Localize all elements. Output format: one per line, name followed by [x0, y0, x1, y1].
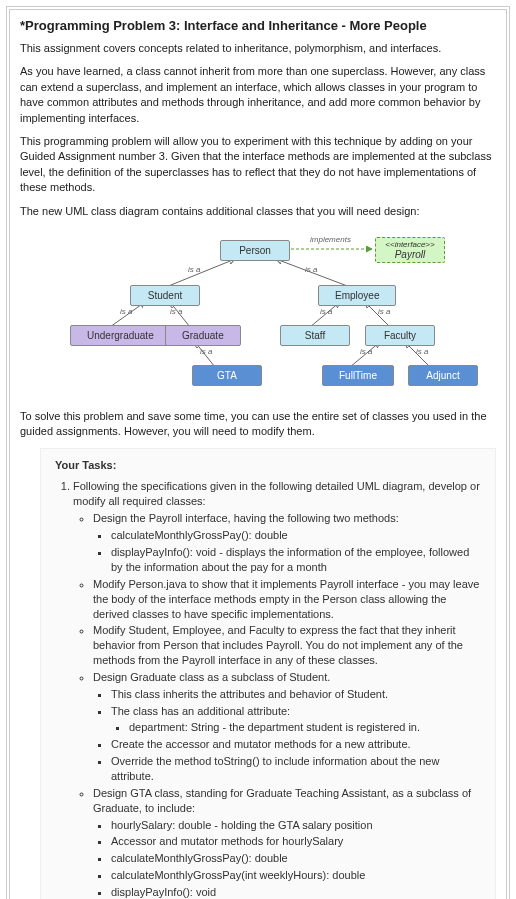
interface-stereotype: <<interface>> [384, 240, 436, 249]
uml-payroll-interface: <<interface>> Payroll [375, 237, 445, 263]
isa-label-8: is a [360, 347, 372, 356]
implements-label: implements [310, 235, 351, 244]
bullet-gta-a: hourlySalary: double - holding the GTA s… [111, 818, 481, 833]
bullet-payroll-m1: calculateMonthlyGrossPay(): double [111, 528, 481, 543]
document-root: *Programming Problem 3: Interface and In… [9, 9, 507, 899]
isa-label-3: is a [120, 307, 132, 316]
isa-label-7: is a [200, 347, 212, 356]
bullet-grad-b1: department: String - the department stud… [129, 720, 481, 735]
bullet-payroll: Design the Payroll interface, having the… [93, 511, 481, 574]
intro-text: This assignment covers concepts related … [20, 41, 496, 56]
uml-student: Student [130, 285, 200, 306]
bullet-gta: Design GTA class, standing for Graduate … [93, 786, 481, 899]
bullet-graduate: Design Graduate class as a subclass of S… [93, 670, 481, 784]
bullet-gta-c: calculateMonthlyGrossPay(): double [111, 851, 481, 866]
paragraph-3: The new UML class diagram contains addit… [20, 204, 496, 219]
bullet-gta-b: Accessor and mutator methods for hourlyS… [111, 834, 481, 849]
isa-label-5: is a [320, 307, 332, 316]
uml-adjunct: Adjunct [408, 365, 478, 386]
bullet-person: Modify Person.java to show that it imple… [93, 577, 481, 622]
page-title: *Programming Problem 3: Interface and In… [20, 18, 496, 33]
uml-undergraduate: Undergraduate [70, 325, 171, 346]
uml-employee: Employee [318, 285, 396, 306]
bullet-grad-d: Override the method toString() to includ… [111, 754, 481, 784]
bullet-gta-d: calculateMonthlyGrossPay(int weeklyHours… [111, 868, 481, 883]
bullet-grad-a: This class inherits the attributes and b… [111, 687, 481, 702]
isa-label-2: is a [305, 265, 317, 274]
uml-person: Person [220, 240, 290, 261]
task-1-text: Following the specifications given in th… [73, 480, 480, 507]
isa-label-9: is a [416, 347, 428, 356]
uml-graduate: Graduate [165, 325, 241, 346]
uml-faculty: Faculty [365, 325, 435, 346]
uml-fulltime: FullTime [322, 365, 394, 386]
isa-label-6: is a [378, 307, 390, 316]
bullet-payroll-m2: displayPayInfo(): void - displays the in… [111, 545, 481, 575]
bullet-grad-b: The class has an additional attribute: d… [111, 704, 481, 736]
isa-label-4: is a [170, 307, 182, 316]
svg-line-1 [166, 259, 235, 287]
bullet-modify: Modify Student, Employee, and Faculty to… [93, 623, 481, 668]
paragraph-2: This programming problem will allow you … [20, 134, 496, 196]
uml-gta: GTA [192, 365, 262, 386]
isa-label-1: is a [188, 265, 200, 274]
uml-staff: Staff [280, 325, 350, 346]
paragraph-4: To solve this problem and save some time… [20, 409, 496, 440]
uml-diagram: Person <<interface>> Payroll implements … [20, 227, 496, 409]
task-1: Following the specifications given in th… [73, 479, 481, 899]
tasks-heading: Your Tasks: [55, 459, 481, 471]
tasks-panel: Your Tasks: Following the specifications… [40, 448, 496, 899]
uml-payroll: Payroll [384, 249, 436, 260]
bullet-gta-e: displayPayInfo(): void [111, 885, 481, 899]
bullet-grad-c: Create the accessor and mutator methods … [111, 737, 481, 752]
paragraph-1: As you have learned, a class cannot inhe… [20, 64, 496, 126]
